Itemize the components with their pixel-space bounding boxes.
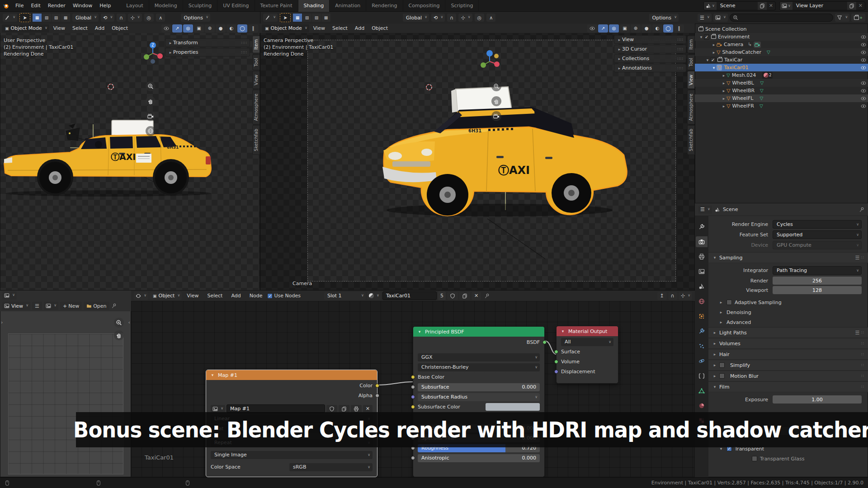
node-header[interactable]: ▾Map #1 <box>206 370 377 380</box>
section-motion-blur[interactable]: ▸Motion Blur∷ <box>708 371 868 381</box>
view-menu[interactable]: View <box>183 291 202 301</box>
tab-constraints[interactable] <box>696 371 708 381</box>
proportional-editing-toggle[interactable]: ◎ <box>144 14 154 22</box>
exposure-field[interactable]: 1.00 <box>773 395 862 404</box>
samples-render-field[interactable]: 256 <box>773 277 862 285</box>
pin-icon[interactable] <box>859 207 864 212</box>
new-material-button[interactable] <box>459 292 470 300</box>
subpanel-denoising[interactable]: ▸Denoising <box>708 307 868 317</box>
active-tool-select-icon[interactable]: ➤ <box>19 13 30 22</box>
proportional-editing-toggle[interactable]: ◎ <box>475 14 485 22</box>
editor-type-button[interactable] <box>2 291 17 300</box>
panel-view[interactable]: ▸View∷∷ <box>614 35 686 44</box>
pivot-point-dropdown[interactable]: ⟲ <box>431 14 445 22</box>
editor-type-button[interactable] <box>134 292 148 300</box>
navigation-gizmo[interactable]: Z <box>141 42 165 65</box>
subpanel-advanced[interactable]: ▸Advanced <box>708 317 868 327</box>
workspace-tab-compositing[interactable]: Compositing <box>403 0 446 12</box>
add-menu[interactable]: Add <box>227 291 244 301</box>
pack-image-button[interactable] <box>351 405 362 413</box>
source-dropdown[interactable]: Single Image <box>211 451 373 459</box>
editor-type-button[interactable] <box>3 14 17 22</box>
snap-toggle[interactable]: ∩ <box>117 14 126 22</box>
socket-bsdf-output[interactable] <box>542 340 547 344</box>
color-space-dropdown[interactable]: sRGB <box>289 463 373 471</box>
workspace-tab-modeling[interactable]: Modeling <box>149 0 183 12</box>
select-menu[interactable]: Select <box>203 291 226 301</box>
socket-base-color[interactable] <box>411 375 415 379</box>
target-dropdown[interactable]: All <box>561 338 613 346</box>
tab-world[interactable] <box>696 296 708 307</box>
subsurface-method-dropdown[interactable]: Christensen-Burley <box>418 363 540 371</box>
panel-collections[interactable]: ▸Collections∷∷ <box>614 54 686 63</box>
socket-subsurface[interactable] <box>411 385 415 389</box>
material-users-count[interactable]: 5 <box>438 291 446 300</box>
workspace-tab-uv-editing[interactable]: UV Editing <box>217 0 255 12</box>
camera-view-icon[interactable] <box>146 111 156 121</box>
pause-render-button[interactable]: ‖ <box>674 24 684 33</box>
xray-toggle[interactable]: ▣ <box>620 24 630 33</box>
gizmos-dropdown[interactable]: ↗ <box>598 24 608 33</box>
tab-tool[interactable]: Tool <box>687 54 695 70</box>
menu-help[interactable]: Help <box>96 0 114 11</box>
shading-rendered-button[interactable]: ◯ <box>237 24 247 33</box>
material-badge[interactable]: 2 <box>762 72 773 79</box>
browse-image-dropdown[interactable] <box>44 302 58 310</box>
transform-orientation-dropdown[interactable]: Global <box>403 14 429 22</box>
active-tool-select-icon[interactable]: ➤ <box>280 13 291 22</box>
new-view-layer-button[interactable] <box>847 2 856 10</box>
eye-icon[interactable] <box>861 103 866 109</box>
node-menu[interactable]: Node <box>246 291 266 301</box>
toolbar-expand-arrow[interactable]: › <box>1 319 3 325</box>
shading-material-button[interactable]: ◐ <box>226 24 236 33</box>
node-header[interactable]: ▾Material Output <box>557 326 618 336</box>
workspace-tab-shading[interactable]: Shading <box>298 0 330 12</box>
mode-dropdown[interactable]: ▣Object Mode <box>2 24 49 33</box>
outliner-row-environment[interactable]: ▾✓Environment <box>695 33 868 41</box>
tab-atmosphere[interactable]: Atmosphere <box>252 90 260 125</box>
tab-atmosphere[interactable]: Atmosphere <box>687 90 695 125</box>
tab-output[interactable] <box>696 251 708 262</box>
pin-icon[interactable] <box>111 303 117 309</box>
select-mode-box[interactable]: ▧ <box>302 14 311 22</box>
camera-view-icon[interactable] <box>491 111 501 121</box>
outliner-row-wheelfl[interactable]: ▸▽WheelFL▽ <box>695 94 868 102</box>
xray-toggle[interactable]: ▣ <box>194 24 204 33</box>
editor-type-button[interactable] <box>263 14 278 22</box>
viewport-3d-right[interactable]: ▣Object Mode View Select Add Object ↗ ◎ … <box>260 23 695 291</box>
workspace-tab-sculpting[interactable]: Sculpting <box>183 0 217 12</box>
overlays-dropdown[interactable]: ◎ <box>609 24 619 33</box>
tab-material[interactable] <box>696 400 708 411</box>
eye-icon[interactable] <box>861 96 866 101</box>
outliner-row-taxicar[interactable]: ▾✓TaxiCar <box>695 56 868 64</box>
perspective-toggle-icon[interactable] <box>146 126 156 136</box>
node-principled-bsdf[interactable]: ▾Principled BSDF BSDF GGX Christensen-Bu… <box>413 326 545 477</box>
proportional-falloff-icon[interactable]: ∧ <box>486 14 495 22</box>
select-mode-buttons[interactable]: ▦▧▨▩ <box>293 14 330 22</box>
gizmos-dropdown[interactable]: ↗ <box>172 24 182 33</box>
tab-view-layer[interactable] <box>696 266 708 277</box>
options-dropdown-left[interactable]: Options <box>181 14 210 22</box>
workspace-tab-texture-paint[interactable]: Texture Paint <box>255 0 298 12</box>
integrator-dropdown[interactable]: Path Tracing <box>773 266 862 275</box>
material-slot-dropdown[interactable]: Slot 1 <box>324 292 366 300</box>
snap-target-dropdown[interactable]: ⊹ <box>679 292 692 300</box>
section-hair[interactable]: ▸Hair∷ <box>708 349 868 360</box>
outliner-row-mesh024[interactable]: ▸▽Mesh.024 2 <box>695 71 868 79</box>
fake-user-shield-button[interactable] <box>326 405 337 413</box>
tab-sketchfab[interactable]: Sketchfab <box>252 125 260 155</box>
subpanel-adaptive-sampling[interactable]: ▸Adaptive Sampling <box>708 297 868 307</box>
browse-image-dropdown[interactable] <box>211 405 225 413</box>
panel-transform[interactable]: ▸Transform∷∷ <box>165 38 250 47</box>
tab-object[interactable] <box>696 311 708 322</box>
tab-tool[interactable] <box>696 221 708 232</box>
tab-render[interactable] <box>696 236 708 247</box>
pan-hand-icon[interactable] <box>491 96 501 106</box>
tab-modifiers[interactable] <box>696 326 708 337</box>
options-dropdown-right[interactable]: Options <box>649 14 679 22</box>
workspace-tab-animation[interactable]: Animation <box>330 0 366 12</box>
zoom-icon[interactable] <box>491 81 501 91</box>
scene-selector[interactable]: ∨ Scene ✕ <box>703 1 776 10</box>
snap-target-dropdown[interactable]: ⊹ <box>458 14 472 22</box>
menu-file[interactable]: File <box>12 0 27 11</box>
